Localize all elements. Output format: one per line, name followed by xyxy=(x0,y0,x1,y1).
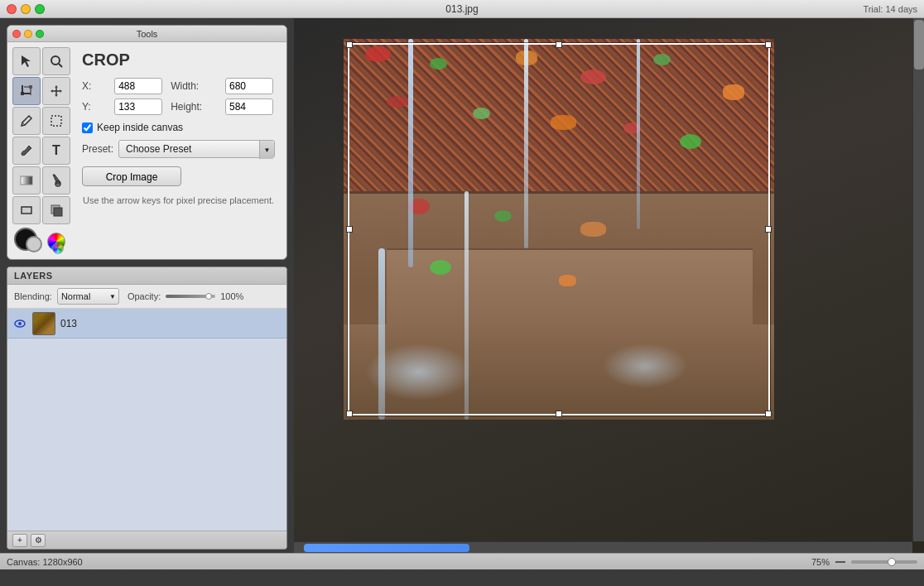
keep-inside-checkbox[interactable] xyxy=(82,122,93,133)
crop-tool[interactable] xyxy=(12,77,41,105)
preset-dropdown-arrow-icon[interactable]: ▼ xyxy=(259,141,274,159)
main-area: Tools xyxy=(0,18,924,553)
zoom-slider-thumb xyxy=(888,558,896,566)
svg-point-19 xyxy=(18,322,22,325)
opacity-slider[interactable] xyxy=(166,295,215,298)
crop-fields: X: Width: Y: Height: xyxy=(82,78,275,115)
width-label: Width: xyxy=(171,80,219,92)
maximize-button[interactable] xyxy=(35,4,45,14)
hint-label: Use the arrow keys for pixel precise pla… xyxy=(83,195,274,205)
layers-panel: LAYERS Blending: Normal ▼ Opacity: 100% xyxy=(7,267,287,550)
svg-rect-7 xyxy=(21,92,24,95)
close-button[interactable] xyxy=(7,4,17,14)
preset-row: Preset: Choose Preset ▼ xyxy=(82,140,275,158)
opacity-value: 100% xyxy=(220,291,243,301)
vertical-scrollbar-thumb[interactable] xyxy=(914,20,924,70)
svg-rect-20 xyxy=(835,561,845,563)
x-input[interactable] xyxy=(114,78,162,94)
svg-rect-8 xyxy=(29,85,32,89)
blending-value: Normal xyxy=(61,291,90,301)
svg-rect-17 xyxy=(54,208,62,216)
horizontal-scrollbar-thumb[interactable] xyxy=(304,544,469,552)
status-right: 75% xyxy=(811,556,917,568)
tools-close-button[interactable] xyxy=(12,30,21,38)
shadow-tool[interactable] xyxy=(42,196,70,224)
tools-window: Tools xyxy=(7,25,287,260)
window-title: 013.jpg xyxy=(445,3,478,15)
layers-header: LAYERS xyxy=(7,267,286,285)
trial-badge: Trial: 14 days xyxy=(863,4,917,14)
height-input[interactable] xyxy=(225,98,273,115)
tools-min-button[interactable] xyxy=(24,30,32,38)
gradient-tool[interactable] xyxy=(12,166,41,195)
brush-tool[interactable] xyxy=(12,137,41,165)
layer-item[interactable]: 013 xyxy=(7,309,286,339)
vertical-scrollbar[interactable] xyxy=(912,18,924,541)
blending-select[interactable]: Normal ▼ xyxy=(57,288,119,305)
text-tool[interactable]: T xyxy=(42,137,70,165)
paint-tool[interactable] xyxy=(42,166,70,195)
blending-label: Blending: xyxy=(14,291,52,301)
magnifier-tool[interactable] xyxy=(42,47,70,75)
tools-window-controls xyxy=(12,30,44,38)
tools-content: T xyxy=(7,42,286,259)
svg-marker-0 xyxy=(22,55,31,67)
status-bar: Canvas: 1280x960 75% xyxy=(0,553,924,569)
layers-footer: + ⚙ xyxy=(7,531,286,549)
y-input[interactable] xyxy=(114,98,162,115)
width-input[interactable] xyxy=(225,78,273,94)
preset-label: Preset: xyxy=(82,143,113,155)
tools-max-button[interactable] xyxy=(36,30,44,38)
svg-rect-15 xyxy=(22,207,31,214)
add-layer-button[interactable]: + xyxy=(12,534,27,547)
minimize-button[interactable] xyxy=(21,4,31,14)
layer-name: 013 xyxy=(60,318,77,329)
svg-line-2 xyxy=(59,64,62,67)
svg-point-1 xyxy=(51,56,60,65)
crop-panel: CROP X: Width: Y: Height: Keep inside ca… xyxy=(75,47,282,254)
y-label: Y: xyxy=(82,101,108,113)
settings-button[interactable]: ⚙ xyxy=(31,534,46,547)
arrow-tool[interactable] xyxy=(12,47,41,75)
horizontal-scrollbar[interactable] xyxy=(294,541,912,553)
layer-visibility-icon[interactable] xyxy=(14,317,27,330)
image-container xyxy=(344,39,774,420)
move-tool[interactable] xyxy=(42,77,70,105)
left-panel: Tools xyxy=(0,18,294,553)
zoom-level: 75% xyxy=(811,557,830,567)
svg-line-11 xyxy=(22,122,25,125)
title-bar: 013.jpg Trial: 14 days xyxy=(0,0,924,18)
selection-tool[interactable] xyxy=(42,107,70,135)
keep-inside-row: Keep inside canvas xyxy=(82,122,275,133)
svg-rect-13 xyxy=(21,176,32,185)
layers-list: 013 xyxy=(7,309,286,531)
text-icon: T xyxy=(52,143,60,158)
tools-titlebar: Tools xyxy=(7,26,286,42)
x-label: X: xyxy=(82,80,108,92)
color-swatch-area[interactable] xyxy=(12,226,70,254)
window-controls xyxy=(7,4,45,14)
opacity-label: Opacity: xyxy=(128,291,161,301)
keep-inside-label: Keep inside canvas xyxy=(97,122,183,133)
blending-arrow-icon: ▼ xyxy=(109,293,116,300)
canvas-area[interactable] xyxy=(294,18,924,553)
zoom-slider[interactable] xyxy=(851,560,917,564)
opacity-slider-thumb xyxy=(205,293,212,300)
canvas-image xyxy=(344,39,774,420)
preset-value: Choose Preset xyxy=(126,143,191,155)
crop-title: CROP xyxy=(82,50,275,70)
tool-icons-grid: T xyxy=(12,47,70,254)
image-display xyxy=(344,39,774,420)
rectangle-tool[interactable] xyxy=(12,196,41,224)
height-label: Height: xyxy=(171,101,219,113)
canvas-size-label: Canvas: 1280x960 xyxy=(7,557,83,567)
zoom-icon xyxy=(835,556,846,568)
hint-text: Use the arrow keys for pixel precise pla… xyxy=(82,195,275,207)
crop-image-button[interactable]: Crop Image xyxy=(82,166,181,186)
pencil-tool[interactable] xyxy=(12,107,41,135)
tools-window-title: Tools xyxy=(137,29,158,39)
layers-controls: Blending: Normal ▼ Opacity: 100% xyxy=(7,285,286,309)
preset-select[interactable]: Choose Preset ▼ xyxy=(118,140,275,158)
layer-thumbnail xyxy=(32,312,55,335)
svg-rect-12 xyxy=(51,116,61,126)
